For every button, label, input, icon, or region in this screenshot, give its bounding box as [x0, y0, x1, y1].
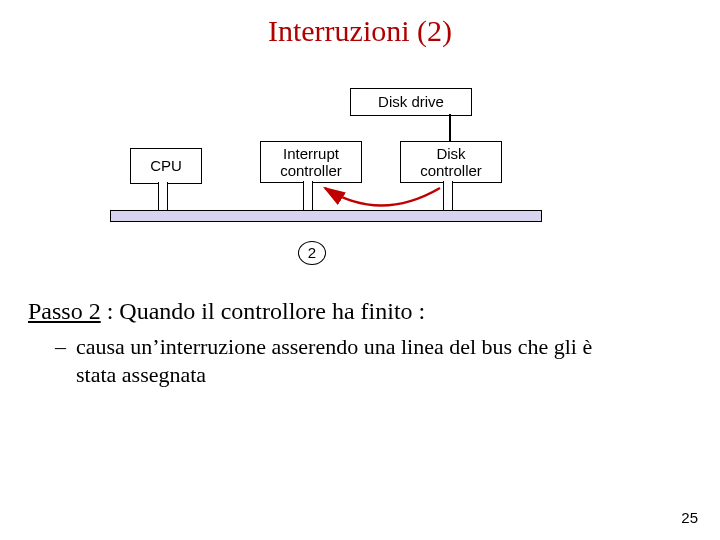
arrow-step2-icon [0, 48, 720, 278]
step-heading-prefix: Passo 2 [28, 298, 101, 324]
step-heading-rest: : Quando il controllore ha finito : [101, 298, 426, 324]
bullet-1: – causa un’interruzione asserendo una li… [55, 333, 720, 388]
step-number-label: 2 [308, 244, 316, 261]
bullet-dash-icon: – [55, 333, 66, 388]
step-heading: Passo 2 : Quando il controllore ha finit… [28, 298, 720, 325]
slide-number: 25 [681, 509, 698, 526]
step-number-badge: 2 [298, 241, 326, 265]
bullet-1-text: causa un’interruzione asserendo una line… [76, 333, 636, 388]
diagram-area: Disk drive CPU Interrupt controller Disk… [0, 48, 720, 278]
slide-title: Interruzioni (2) [0, 14, 720, 48]
